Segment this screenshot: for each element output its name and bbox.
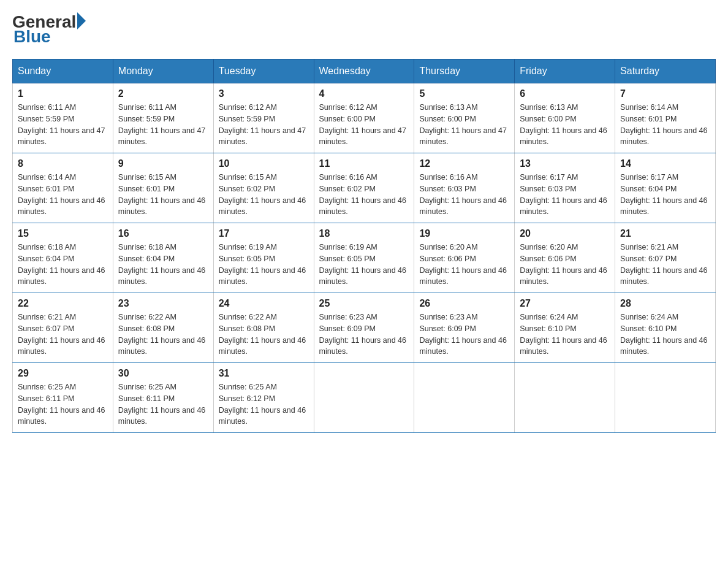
header-sunday: Sunday [13,59,113,83]
day-info: Sunrise: 6:23 AMSunset: 6:09 PMDaylight:… [319,312,409,358]
calendar-cell: 1Sunrise: 6:11 AMSunset: 5:59 PMDaylight… [13,83,113,153]
day-number: 8 [18,158,108,169]
day-info: Sunrise: 6:22 AMSunset: 6:08 PMDaylight:… [219,312,309,358]
week-row-4: 22Sunrise: 6:21 AMSunset: 6:07 PMDayligh… [13,293,716,363]
calendar-cell: 23Sunrise: 6:22 AMSunset: 6:08 PMDayligh… [113,293,213,363]
calendar-cell: 2Sunrise: 6:11 AMSunset: 5:59 PMDaylight… [113,83,213,153]
day-number: 26 [419,298,509,309]
day-info: Sunrise: 6:18 AMSunset: 6:04 PMDaylight:… [18,242,108,288]
day-info: Sunrise: 6:15 AMSunset: 6:02 PMDaylight:… [219,172,309,218]
day-number: 11 [319,158,409,169]
day-info: Sunrise: 6:17 AMSunset: 6:03 PMDaylight:… [520,172,610,218]
week-row-5: 29Sunrise: 6:25 AMSunset: 6:11 PMDayligh… [13,363,716,433]
calendar-cell: 25Sunrise: 6:23 AMSunset: 6:09 PMDayligh… [314,293,414,363]
day-number: 5 [419,88,509,99]
calendar-cell [314,363,414,433]
day-number: 7 [620,88,710,99]
day-info: Sunrise: 6:18 AMSunset: 6:04 PMDaylight:… [118,242,208,288]
calendar-cell: 26Sunrise: 6:23 AMSunset: 6:09 PMDayligh… [414,293,515,363]
header-wednesday: Wednesday [314,59,414,83]
calendar-cell: 6Sunrise: 6:13 AMSunset: 6:00 PMDaylight… [515,83,615,153]
day-number: 30 [118,368,208,379]
day-info: Sunrise: 6:21 AMSunset: 6:07 PMDaylight:… [620,242,710,288]
day-info: Sunrise: 6:12 AMSunset: 6:00 PMDaylight:… [319,102,409,148]
day-info: Sunrise: 6:14 AMSunset: 6:01 PMDaylight:… [18,172,108,218]
calendar-cell [615,363,716,433]
header-saturday: Saturday [615,59,716,83]
day-info: Sunrise: 6:15 AMSunset: 6:01 PMDaylight:… [118,172,208,218]
calendar-cell: 3Sunrise: 6:12 AMSunset: 5:59 PMDaylight… [213,83,314,153]
day-info: Sunrise: 6:11 AMSunset: 5:59 PMDaylight:… [18,102,108,148]
day-info: Sunrise: 6:13 AMSunset: 6:00 PMDaylight:… [419,102,509,148]
calendar-cell: 5Sunrise: 6:13 AMSunset: 6:00 PMDaylight… [414,83,515,153]
calendar-cell: 22Sunrise: 6:21 AMSunset: 6:07 PMDayligh… [13,293,113,363]
day-info: Sunrise: 6:25 AMSunset: 6:11 PMDaylight:… [18,381,108,427]
day-number: 12 [419,158,509,169]
week-row-1: 1Sunrise: 6:11 AMSunset: 5:59 PMDaylight… [13,83,716,153]
calendar-cell: 18Sunrise: 6:19 AMSunset: 6:05 PMDayligh… [314,223,414,293]
day-number: 28 [620,298,710,309]
day-info: Sunrise: 6:23 AMSunset: 6:09 PMDaylight:… [419,312,509,358]
day-info: Sunrise: 6:16 AMSunset: 6:03 PMDaylight:… [419,172,509,218]
day-info: Sunrise: 6:24 AMSunset: 6:10 PMDaylight:… [520,312,610,358]
calendar-cell: 9Sunrise: 6:15 AMSunset: 6:01 PMDaylight… [113,153,213,223]
day-info: Sunrise: 6:25 AMSunset: 6:11 PMDaylight:… [118,381,208,427]
calendar-cell: 4Sunrise: 6:12 AMSunset: 6:00 PMDaylight… [314,83,414,153]
calendar-cell: 27Sunrise: 6:24 AMSunset: 6:10 PMDayligh… [515,293,615,363]
day-info: Sunrise: 6:11 AMSunset: 5:59 PMDaylight:… [118,102,208,148]
header-tuesday: Tuesday [213,59,314,83]
day-info: Sunrise: 6:17 AMSunset: 6:04 PMDaylight:… [620,172,710,218]
day-info: Sunrise: 6:25 AMSunset: 6:12 PMDaylight:… [219,381,309,427]
day-number: 27 [520,298,610,309]
day-number: 25 [319,298,409,309]
day-number: 9 [118,158,208,169]
day-number: 14 [620,158,710,169]
day-number: 17 [219,228,309,239]
day-info: Sunrise: 6:19 AMSunset: 6:05 PMDaylight:… [219,242,309,288]
calendar-table: SundayMondayTuesdayWednesdayThursdayFrid… [12,59,716,433]
calendar-cell: 11Sunrise: 6:16 AMSunset: 6:02 PMDayligh… [314,153,414,223]
day-number: 13 [520,158,610,169]
calendar-header-row: SundayMondayTuesdayWednesdayThursdayFrid… [13,59,716,83]
calendar-cell: 10Sunrise: 6:15 AMSunset: 6:02 PMDayligh… [213,153,314,223]
header-monday: Monday [113,59,213,83]
page-header: General Blue [12,12,716,47]
day-number: 18 [319,228,409,239]
day-info: Sunrise: 6:20 AMSunset: 6:06 PMDaylight:… [419,242,509,288]
header-thursday: Thursday [414,59,515,83]
calendar-cell: 15Sunrise: 6:18 AMSunset: 6:04 PMDayligh… [13,223,113,293]
calendar-cell: 16Sunrise: 6:18 AMSunset: 6:04 PMDayligh… [113,223,213,293]
day-info: Sunrise: 6:16 AMSunset: 6:02 PMDaylight:… [319,172,409,218]
calendar-cell: 28Sunrise: 6:24 AMSunset: 6:10 PMDayligh… [615,293,716,363]
day-info: Sunrise: 6:13 AMSunset: 6:00 PMDaylight:… [520,102,610,148]
header-friday: Friday [515,59,615,83]
day-number: 31 [219,368,309,379]
day-info: Sunrise: 6:20 AMSunset: 6:06 PMDaylight:… [520,242,610,288]
calendar-cell: 8Sunrise: 6:14 AMSunset: 6:01 PMDaylight… [13,153,113,223]
week-row-3: 15Sunrise: 6:18 AMSunset: 6:04 PMDayligh… [13,223,716,293]
day-number: 23 [118,298,208,309]
calendar-cell: 20Sunrise: 6:20 AMSunset: 6:06 PMDayligh… [515,223,615,293]
day-info: Sunrise: 6:19 AMSunset: 6:05 PMDaylight:… [319,242,409,288]
day-info: Sunrise: 6:22 AMSunset: 6:08 PMDaylight:… [118,312,208,358]
day-number: 2 [118,88,208,99]
day-number: 20 [520,228,610,239]
logo-blue-text: Blue [13,27,51,47]
day-info: Sunrise: 6:24 AMSunset: 6:10 PMDaylight:… [620,312,710,358]
day-number: 1 [18,88,108,99]
calendar-cell: 7Sunrise: 6:14 AMSunset: 6:01 PMDaylight… [615,83,716,153]
logo: General Blue [12,12,86,47]
calendar-cell [414,363,515,433]
day-number: 29 [18,368,108,379]
calendar-cell: 17Sunrise: 6:19 AMSunset: 6:05 PMDayligh… [213,223,314,293]
day-number: 4 [319,88,409,99]
calendar-cell: 31Sunrise: 6:25 AMSunset: 6:12 PMDayligh… [213,363,314,433]
day-number: 21 [620,228,710,239]
calendar-cell: 30Sunrise: 6:25 AMSunset: 6:11 PMDayligh… [113,363,213,433]
calendar-cell: 29Sunrise: 6:25 AMSunset: 6:11 PMDayligh… [13,363,113,433]
calendar-cell: 24Sunrise: 6:22 AMSunset: 6:08 PMDayligh… [213,293,314,363]
calendar-cell: 13Sunrise: 6:17 AMSunset: 6:03 PMDayligh… [515,153,615,223]
day-number: 19 [419,228,509,239]
calendar-cell: 14Sunrise: 6:17 AMSunset: 6:04 PMDayligh… [615,153,716,223]
day-number: 15 [18,228,108,239]
